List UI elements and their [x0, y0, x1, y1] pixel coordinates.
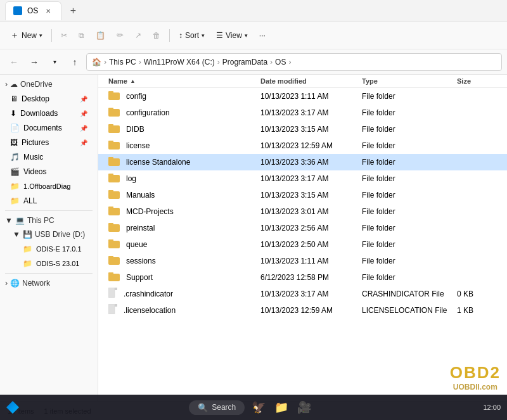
sidebar-item-music[interactable]: 🎵 Music — [3, 150, 95, 164]
downloads-icon: ⬇ — [10, 109, 16, 118]
table-row[interactable]: license10/13/2023 12:59 AMFile folder — [98, 137, 507, 154]
copy-button[interactable]: ⧉ — [74, 25, 89, 46]
file-type: CRASHINDICATOR File — [362, 290, 457, 298]
cut-button[interactable]: ✂ — [56, 25, 72, 46]
breadcrumb-programdata[interactable]: ProgramData — [222, 58, 267, 67]
folder-icon — [108, 156, 120, 169]
sidebar-item-usbdrive[interactable]: ▼ 💾 USB Drive (D:) — [0, 227, 98, 241]
sidebar-item-network[interactable]: › 🌐 Network — [0, 276, 98, 290]
more-button[interactable]: ··· — [254, 25, 271, 46]
table-row[interactable]: MCD-Projects10/13/2023 3:01 AMFile folde… — [98, 203, 507, 220]
folder-icon — [108, 90, 120, 103]
svg-rect-9 — [108, 157, 113, 160]
breadcrumb-drive[interactable]: Win11ProW X64 (C:) — [144, 58, 215, 67]
sidebar-divider — [5, 210, 93, 211]
separator-2 — [169, 29, 170, 42]
sidebar-item-all[interactable]: 📁 ALL — [3, 194, 95, 208]
breadcrumb-thispc[interactable]: This PC — [109, 58, 136, 67]
table-row[interactable]: .crashindicator10/13/2023 3:17 AMCRASHIN… — [98, 286, 507, 302]
table-row[interactable]: sessions10/13/2023 1:11 AMFile folder — [98, 253, 507, 269]
file-icon — [108, 288, 117, 300]
file-type: File folder — [362, 92, 457, 101]
delete-button[interactable]: 🗑 — [148, 25, 165, 46]
header-date[interactable]: Date modified — [260, 77, 362, 85]
sidebar-item-pictures[interactable]: 🖼 Pictures 📌 — [3, 136, 95, 150]
os-tab[interactable]: OS ✕ — [5, 1, 61, 20]
svg-rect-7 — [108, 141, 113, 143]
network-icon: 🌐 — [10, 279, 20, 288]
onedrive-icon: ☁ — [10, 80, 18, 89]
paste-button[interactable]: 📋 — [91, 25, 110, 46]
search-icon: 🔍 — [198, 403, 208, 412]
documents-icon: 📄 — [10, 124, 20, 132]
sort-label: Sort — [185, 31, 199, 40]
sidebar-item-offboard[interactable]: 📁 1.OffboardDiag — [3, 179, 95, 193]
breadcrumb-os[interactable]: OS — [275, 58, 286, 67]
sidebar-item-videos[interactable]: 🎬 Videos — [3, 165, 95, 179]
table-row[interactable]: preinstal10/13/2023 2:56 AMFile folder — [98, 220, 507, 236]
new-icon: ＋ — [10, 30, 19, 41]
header-type[interactable]: Type — [362, 77, 457, 85]
delete-icon: 🗑 — [153, 31, 160, 40]
forward-button[interactable]: → — [25, 53, 43, 71]
new-tab-button[interactable]: + — [64, 2, 82, 20]
taskbar-app-1[interactable]: 🦅 — [250, 398, 267, 416]
rename-button[interactable]: ✏ — [112, 25, 129, 46]
new-button[interactable]: ＋ New ▾ — [5, 25, 48, 46]
table-row[interactable]: Manuals10/13/2023 3:15 AMFile folder — [98, 187, 507, 203]
file-date: 10/13/2023 3:17 AM — [260, 108, 362, 117]
taskbar-start-button[interactable] — [6, 401, 19, 414]
table-row[interactable]: Support6/12/2023 12:58 PMFile folder — [98, 269, 507, 286]
address-bar: ← → ▾ ↑ 🏠 › This PC › Win11ProW X64 (C:)… — [0, 49, 507, 75]
taskbar-app-2[interactable]: 📁 — [273, 398, 290, 416]
folder-icon — [108, 255, 120, 267]
svg-rect-5 — [108, 124, 113, 127]
table-row[interactable]: config10/13/2023 1:11 AMFile folder — [98, 88, 507, 105]
sidebar-music-label: Music — [23, 153, 43, 162]
file-type: File folder — [362, 125, 457, 134]
separator-1 — [51, 29, 52, 42]
taskbar-search-box[interactable]: 🔍 Search — [189, 400, 245, 415]
svg-rect-23 — [108, 272, 113, 275]
file-date: 10/13/2023 3:17 AM — [260, 290, 362, 298]
breadcrumb-home-icon: 🏠 — [92, 58, 101, 67]
file-date: 10/13/2023 3:36 AM — [260, 158, 362, 167]
table-row[interactable]: DIDB10/13/2023 3:15 AMFile folder — [98, 121, 507, 137]
folder-icon — [108, 106, 120, 119]
sidebar-item-downloads[interactable]: ⬇ Downloads 📌 — [3, 106, 95, 120]
sidebar-item-desktop[interactable]: 🖥 Desktop 📌 — [3, 92, 95, 106]
sidebar-item-odise[interactable]: 📁 ODIS-E 17.0.1 — [3, 242, 95, 256]
folder-icon — [108, 222, 120, 234]
file-name: queue — [126, 240, 147, 249]
file-name: sessions — [126, 257, 156, 265]
taskbar-app-3[interactable]: 🎥 — [295, 398, 313, 416]
sidebar-item-thispc[interactable]: ▼ 💻 This PC — [0, 213, 98, 227]
sidebar-item-documents[interactable]: 📄 Documents 📌 — [3, 121, 95, 135]
tab-close-button[interactable]: ✕ — [43, 6, 53, 16]
table-row[interactable]: queue10/13/2023 2:50 AMFile folder — [98, 236, 507, 253]
table-row[interactable]: log10/13/2023 3:17 AMFile folder — [98, 170, 507, 187]
recent-button[interactable]: ▾ — [46, 53, 63, 71]
header-size[interactable]: Size — [457, 77, 507, 85]
sidebar-item-onedrive[interactable]: › ☁ OneDrive — [0, 77, 98, 91]
back-button[interactable]: ← — [5, 53, 23, 71]
view-label: View — [226, 31, 242, 40]
sidebar-item-odiss[interactable]: 📁 ODIS-S 23.01 — [3, 257, 95, 270]
header-name[interactable]: Name ▲ — [108, 77, 260, 85]
table-row[interactable]: license Standalone10/13/2023 3:36 AMFile… — [98, 154, 507, 170]
file-name: DIDB — [126, 125, 144, 134]
up-button[interactable]: ↑ — [66, 53, 84, 71]
file-name: configuration — [126, 108, 170, 117]
file-type: File folder — [362, 174, 457, 183]
odiss-icon: 📁 — [23, 259, 32, 268]
sort-button[interactable]: ↕ Sort ▾ — [174, 25, 210, 46]
breadcrumb[interactable]: 🏠 › This PC › Win11ProW X64 (C:) › Progr… — [86, 53, 502, 71]
svg-rect-3 — [108, 108, 113, 110]
view-button[interactable]: ☰ View ▾ — [211, 25, 253, 46]
share-button[interactable]: ↗ — [130, 25, 146, 46]
file-date: 10/13/2023 1:11 AM — [260, 92, 362, 101]
table-row[interactable]: .licenselocation10/13/2023 12:59 AMLICEN… — [98, 302, 507, 319]
table-row[interactable]: configuration10/13/2023 3:17 AMFile fold… — [98, 105, 507, 121]
file-name: MCD-Projects — [126, 207, 174, 216]
svg-rect-27 — [108, 304, 115, 314]
